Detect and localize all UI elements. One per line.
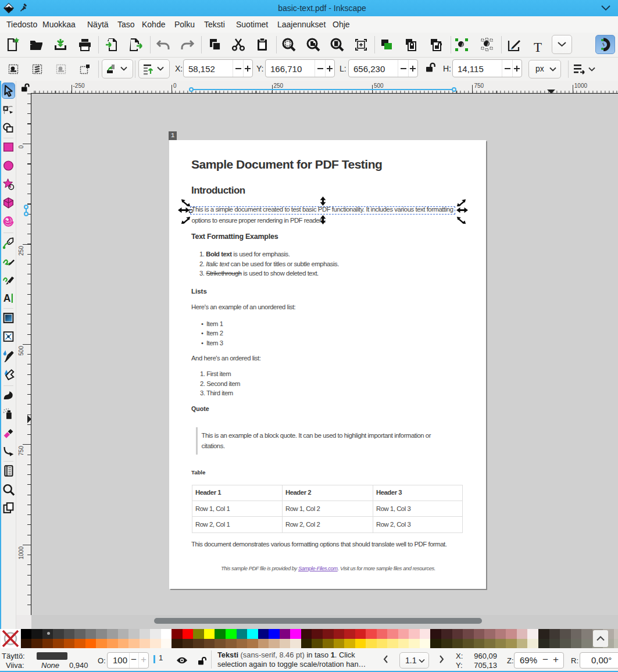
svg-text:A: A (3, 292, 11, 304)
